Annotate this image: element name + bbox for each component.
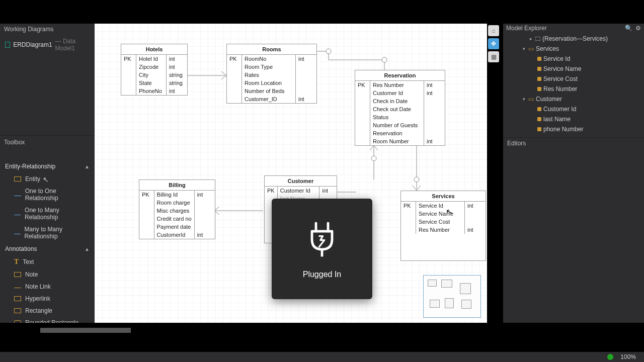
entity-title: Reservation <box>355 70 445 81</box>
column-icon <box>537 57 541 61</box>
tool-one-to-one[interactable]: One to One Relationship <box>0 185 95 204</box>
relationship-icon <box>14 215 21 215</box>
er-section-label: Entity-Relationship <box>5 163 55 170</box>
tree-node-col[interactable]: Customer Id <box>503 104 644 114</box>
entity-icon: ▭ <box>528 45 534 52</box>
svg-point-6 <box>414 177 419 182</box>
left-panel: Working Diagrams ERDDiagram1 — Data Mode… <box>0 24 95 323</box>
cursor-icon: ↖ <box>43 175 49 184</box>
column-icon <box>537 127 541 131</box>
tree-node-col[interactable]: Service Id <box>503 54 644 64</box>
ann-hyperlink[interactable]: Hyperlink <box>0 293 95 305</box>
tree-node-col[interactable]: Service Cost <box>503 74 644 84</box>
column-icon <box>537 77 541 81</box>
annotations-section-header[interactable]: Annotations ▲ <box>0 242 95 255</box>
status-ok-icon <box>607 354 613 360</box>
entity-rooms[interactable]: Rooms PK RoomNo Room Type Rates Room Loc… <box>226 44 317 104</box>
model-tree: ▸(Reservation—Services) ▾▭Services Servi… <box>503 33 644 135</box>
zoom-level[interactable]: 100% <box>620 353 636 360</box>
relationship-icon <box>14 196 21 196</box>
diagram-tab-sub: — Data Model1 <box>55 38 90 52</box>
home-icon[interactable]: ⌂ <box>488 25 499 36</box>
entity-services[interactable]: Services PK Service Id Service Name Serv… <box>400 191 486 261</box>
column-icon <box>537 117 541 121</box>
diagram-tab-name: ERDDiagram1 <box>13 41 52 48</box>
bottom-blank <box>0 323 644 352</box>
tree-node-col[interactable]: Res Number <box>503 84 644 94</box>
relationship-icon <box>14 234 21 234</box>
search-icon[interactable]: 🔍 <box>622 25 635 32</box>
entity-reservation[interactable]: Reservation PK Res Number Customer Id Ch… <box>355 70 445 146</box>
settings-icon[interactable]: ⚙ <box>635 25 641 32</box>
entity-title: Hotels <box>121 44 187 55</box>
minimap[interactable] <box>423 275 481 318</box>
column-icon <box>537 107 541 111</box>
chevron-up-icon: ▲ <box>85 164 90 169</box>
svg-point-4 <box>371 156 376 161</box>
ann-note-link[interactable]: Note Link <box>0 281 95 293</box>
rectangle-icon <box>14 308 21 313</box>
plugged-in-overlay: Plugged In <box>272 199 372 299</box>
tree-node-col[interactable]: Service Name <box>503 64 644 74</box>
top-blank <box>0 0 644 24</box>
er-section-header[interactable]: Entity-Relationship ▲ <box>0 160 95 173</box>
ann-text[interactable]: TText <box>0 255 95 268</box>
model-explorer-header: Model Explorer 🔍 ⚙ <box>503 24 644 33</box>
tree-node-services[interactable]: ▾▭Services <box>503 44 644 54</box>
hyperlink-icon <box>14 296 21 301</box>
text-icon: T <box>14 258 19 266</box>
toolbox-label: Toolbox <box>0 135 95 148</box>
ann-rectangle[interactable]: Rectangle <box>0 305 95 317</box>
entity-icon <box>14 176 21 182</box>
column-icon <box>537 87 541 91</box>
diagram-icon <box>5 42 10 48</box>
note-icon <box>14 272 21 277</box>
entity-title: Services <box>401 191 486 202</box>
svg-point-2 <box>382 57 387 62</box>
annotations-label: Annotations <box>5 245 37 252</box>
entity-icon: ▭ <box>528 96 534 103</box>
move-icon[interactable]: ✥ <box>488 38 499 49</box>
overlay-text: Plugged In <box>303 270 342 279</box>
working-diagrams-label: Working Diagrams <box>0 24 95 35</box>
ann-note[interactable]: Note <box>0 268 95 281</box>
status-bar: 100% <box>0 352 644 362</box>
editors-label: Editors <box>503 137 644 149</box>
tree-node-customer[interactable]: ▾▭Customer <box>503 94 644 104</box>
entity-billing[interactable]: Billing PK Billing Id Room charge Misc c… <box>139 179 215 239</box>
entity-hotels[interactable]: Hotels PK Hotel Id Zipcode City State Ph… <box>121 44 188 96</box>
scrollbar-thumb[interactable] <box>40 328 131 333</box>
right-panel: Model Explorer 🔍 ⚙ ▸(Reservation—Service… <box>503 24 644 323</box>
svg-point-1 <box>326 49 331 54</box>
diagram-tab[interactable]: ERDDiagram1 — Data Model1 <box>0 35 95 55</box>
tree-node-assoc[interactable]: ▸(Reservation—Services) <box>503 34 644 44</box>
entity-title: Rooms <box>227 44 316 55</box>
note-link-icon <box>14 288 21 288</box>
tool-many-to-many[interactable]: Many to Many Relationship <box>0 223 95 242</box>
association-icon <box>535 37 540 41</box>
tree-node-col[interactable]: phone Number <box>503 124 644 134</box>
tree-node-col[interactable]: last Name <box>503 114 644 124</box>
entity-title: Billing <box>139 180 215 191</box>
chevron-up-icon: ▲ <box>85 246 90 252</box>
grid-icon[interactable]: ▦ <box>488 51 499 62</box>
canvas-side-buttons: ⌂ ✥ ▦ <box>488 25 499 62</box>
column-icon <box>537 67 541 71</box>
tool-one-to-many[interactable]: One to Many Relationship <box>0 204 95 223</box>
plug-icon <box>302 219 342 264</box>
entity-title: Customer <box>265 176 337 187</box>
